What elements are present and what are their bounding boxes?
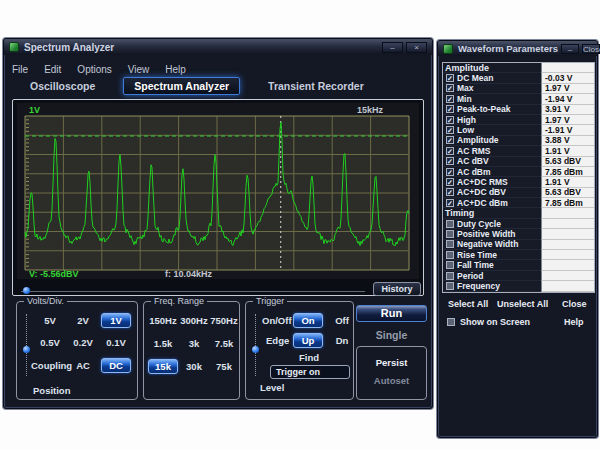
freq-button-3k[interactable]: 3k <box>179 338 209 349</box>
volts-button-5v[interactable]: 5V <box>35 315 65 326</box>
show-on-screen-label: Show on Screen <box>460 317 530 327</box>
param-label: Frequency <box>457 281 500 291</box>
run-button[interactable]: Run <box>356 305 427 322</box>
param-row: ✓High1.97 V <box>443 115 594 125</box>
param-label: AC dBV <box>457 157 489 167</box>
param-label-cell: ✓Peak-to-Peak <box>443 105 541 115</box>
cursor-frequency-readout: f: 10.04kHz <box>165 269 212 279</box>
checkbox-period[interactable] <box>446 272 454 280</box>
checkbox-ac-dc-dbm[interactable]: ✓ <box>446 199 454 207</box>
checkbox-min[interactable]: ✓ <box>446 95 454 103</box>
help-button[interactable]: Help <box>564 317 584 327</box>
trigger-find-button[interactable]: Find <box>294 352 324 363</box>
checkbox-fall-time[interactable] <box>446 261 454 269</box>
param-label: Min <box>457 94 472 104</box>
checkbox-amplitude[interactable]: ✓ <box>446 136 454 144</box>
param-row: ✓AC RMS1.91 V <box>443 146 594 156</box>
param-label: High <box>457 115 476 125</box>
param-value: 3.88 V <box>541 136 594 146</box>
edge-up-button[interactable]: Up <box>293 333 323 348</box>
param-label: Fall Time <box>457 260 494 270</box>
checkbox-ac-dbv[interactable]: ✓ <box>446 157 454 165</box>
params-close-action[interactable]: Close <box>562 299 587 309</box>
tab-transient-recorder[interactable]: Transient Recorder <box>268 80 364 92</box>
checkbox-ac-dbm[interactable]: ✓ <box>446 168 454 176</box>
param-label: Period <box>457 271 483 281</box>
trigger-off-button[interactable]: Off <box>327 315 357 326</box>
checkbox-high[interactable]: ✓ <box>446 116 454 124</box>
freq-button-1-5k[interactable]: 1.5k <box>148 338 178 349</box>
app-icon <box>9 42 19 52</box>
checkbox-ac-dc-dbv[interactable]: ✓ <box>446 188 454 196</box>
checkbox-max[interactable]: ✓ <box>446 84 454 92</box>
autoset-button[interactable]: Autoset <box>357 375 426 386</box>
param-label-cell: ✓Max <box>443 84 541 94</box>
freq-button-30k[interactable]: 30k <box>179 361 209 372</box>
param-label: AC+DC dBV <box>457 188 506 198</box>
freq-button-750hz[interactable]: 750Hz <box>209 315 239 326</box>
freq-button-7-5k[interactable]: 7.5k <box>209 338 239 349</box>
freq-button-150hz[interactable]: 150Hz <box>148 315 178 326</box>
single-button[interactable]: Single <box>356 329 427 341</box>
checkbox-low[interactable]: ✓ <box>446 126 454 134</box>
checkbox-positive-width[interactable] <box>446 230 454 238</box>
checkbox-duty-cycle[interactable] <box>446 220 454 228</box>
trigger-on-field[interactable]: Trigger on <box>270 365 350 379</box>
param-value: 7.85 dBm <box>541 167 594 177</box>
coupling-button-ac[interactable]: AC <box>68 360 98 371</box>
tab-spectrum-analyzer[interactable]: Spectrum Analyzer <box>123 77 240 95</box>
param-row: Negative Width <box>443 240 594 250</box>
horizontal-scroll-track[interactable] <box>21 291 365 292</box>
horizontal-slider-handle[interactable] <box>23 287 30 294</box>
coupling-button-dc[interactable]: DC <box>101 358 131 373</box>
checkbox-rise-time[interactable] <box>446 251 454 259</box>
freq-button-75k[interactable]: 75k <box>209 361 239 372</box>
history-button[interactable]: History <box>373 282 421 296</box>
trigger-on-button[interactable]: On <box>293 313 323 328</box>
checkbox-ac-rms[interactable]: ✓ <box>446 147 454 155</box>
param-row: Rise Time <box>443 250 594 260</box>
volts-button-0-5v[interactable]: 0.5V <box>35 337 65 348</box>
freq-button-300hz[interactable]: 300Hz <box>179 315 209 326</box>
volts-button-0-2v[interactable]: 0.2V <box>68 337 98 348</box>
param-label-cell: Period <box>443 271 541 281</box>
volts-button-2v[interactable]: 2V <box>68 315 98 326</box>
position-slider-handle[interactable] <box>23 346 30 353</box>
minimize-button[interactable]: – <box>382 42 403 53</box>
params-close-button[interactable]: Close <box>582 44 600 54</box>
position-slider-track[interactable] <box>26 314 27 376</box>
param-value <box>541 271 594 281</box>
param-label: AC RMS <box>457 146 491 156</box>
waveform-parameters-window: Waveform Parameters – Close Amplitude✓DC… <box>437 40 598 438</box>
show-on-screen-checkbox[interactable] <box>447 318 455 326</box>
trigger-level-slider-handle[interactable] <box>252 346 259 353</box>
checkbox-dc-mean[interactable]: ✓ <box>446 74 454 82</box>
volts-button-1v[interactable]: 1V <box>101 313 131 328</box>
param-row: ✓Low-1.91 V <box>443 125 594 135</box>
main-titlebar[interactable]: Spectrum Analyzer – × <box>4 39 432 55</box>
param-row: Frequency <box>443 281 594 291</box>
checkbox-ac-dc-rms[interactable]: ✓ <box>446 178 454 186</box>
trigger-level-slider-track[interactable] <box>255 314 256 376</box>
persist-group: Persist Autoset <box>356 346 427 400</box>
trigger-level-label: Level <box>260 382 284 393</box>
params-titlebar[interactable]: Waveform Parameters – Close <box>438 41 597 56</box>
param-value <box>541 208 594 218</box>
checkbox-peak-to-peak[interactable]: ✓ <box>446 105 454 113</box>
param-label-cell: ✓DC Mean <box>443 73 541 83</box>
checkbox-frequency[interactable] <box>446 282 454 290</box>
close-button[interactable]: × <box>406 42 427 53</box>
param-label: Peak-to-Peak <box>457 105 510 115</box>
edge-dn-button[interactable]: Dn <box>327 335 357 346</box>
volts-button-0-1v[interactable]: 0.1V <box>101 337 131 348</box>
param-value: 1.91 V <box>541 146 594 156</box>
params-app-icon <box>443 44 453 54</box>
freq-button-15k[interactable]: 15k <box>148 359 178 374</box>
params-minimize-button[interactable]: – <box>561 44 579 54</box>
select-all-button[interactable]: Select All <box>448 299 488 309</box>
unselect-all-button[interactable]: Unselect All <box>497 299 548 309</box>
persist-button[interactable]: Persist <box>357 357 426 368</box>
param-value <box>541 240 594 250</box>
checkbox-negative-width[interactable] <box>446 240 454 248</box>
tab-oscilloscope[interactable]: Oscilloscope <box>30 80 95 92</box>
